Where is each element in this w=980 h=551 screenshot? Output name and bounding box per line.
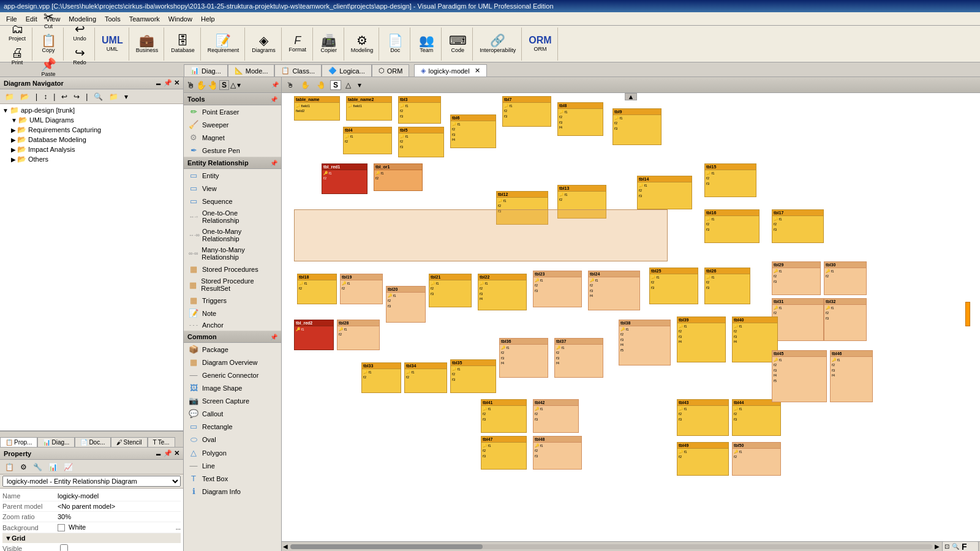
- entity-e21[interactable]: tbl21🔑 f1 f2 f3: [429, 274, 472, 307]
- requirement-button[interactable]: 📝 Requirement: [205, 32, 243, 55]
- tools-item-diagram-info[interactable]: ℹ Diagram Info: [184, 485, 281, 498]
- tree-item-root[interactable]: ▼ 📁 app-design [trunk]: [1, 105, 182, 115]
- bottom-tab-diag[interactable]: 📊 Diag...: [37, 437, 75, 447]
- bottom-tab-stencil[interactable]: 🖌 Stencil: [111, 437, 148, 447]
- nav-undo-btn[interactable]: ↩: [59, 91, 70, 102]
- tools-item-sequence[interactable]: ▭ Sequence: [184, 195, 281, 208]
- entity-e11[interactable]: tbl_or1🔑 f1 f2: [374, 163, 423, 191]
- code-button[interactable]: ⌨ Code: [445, 32, 470, 55]
- tools-item-gesture-pen[interactable]: ✒ Gesture Pen: [184, 144, 281, 157]
- tree-toggle-root[interactable]: ▼: [2, 107, 9, 114]
- copy-button[interactable]: 📋 Copy: [36, 32, 61, 55]
- entity-e30[interactable]: tbl30🔑 f1 f2: [824, 261, 867, 295]
- entity-e7[interactable]: tbl7🔑 f1 f2 f3: [502, 96, 551, 127]
- scroll-right-btn[interactable]: ▶: [935, 543, 940, 550]
- menu-help[interactable]: Help: [197, 14, 219, 24]
- tools-item-screen-capture[interactable]: 📷 Screen Capture: [184, 394, 281, 407]
- entity-e41[interactable]: tbl41🔑 f1 f2 f3: [481, 399, 527, 433]
- tools-item-one-one[interactable]: ↔·◦ One-to-One Relationship: [184, 208, 281, 226]
- zoom-icon[interactable]: 🔍: [952, 543, 959, 550]
- tools-pin-btn[interactable]: 📌: [271, 81, 279, 88]
- tools-item-triggers[interactable]: ▦ Triggers: [184, 294, 281, 307]
- cut-button[interactable]: ✂ Cut: [36, 9, 61, 31]
- tools-basic-pin[interactable]: 📌: [270, 96, 277, 103]
- prop-toolbar-icon1[interactable]: 📋: [2, 462, 17, 473]
- entity-e32[interactable]: tbl32🔑 f1 f2 f3: [824, 298, 867, 341]
- tree-item-db[interactable]: ▶ 📂 Database Modeling: [1, 135, 182, 144]
- orm-button[interactable]: ORM ORM: [526, 34, 554, 54]
- entity-e22[interactable]: tbl22🔑 f1 f2 f3 f4: [478, 274, 527, 310]
- tools-fit-icon[interactable]: △: [230, 81, 236, 89]
- tools-s-btn[interactable]: S: [219, 80, 229, 90]
- entity-e43[interactable]: tbl43🔑 f1 f2 f3: [677, 399, 729, 436]
- undo-button[interactable]: ↩ Undo: [67, 21, 92, 43]
- entity-e15[interactable]: tbl15🔑 f1 f2 f3: [704, 163, 756, 197]
- canvas-scroll-up[interactable]: ▲: [625, 93, 637, 100]
- tools-select-icon[interactable]: 🖱: [186, 80, 195, 90]
- copier-button[interactable]: 📠 Copier: [317, 32, 341, 55]
- canvas-scroll-horizontal[interactable]: ◀ ▶ ⊡ 🔍 F: [282, 541, 980, 551]
- interoperability-button[interactable]: 🔗 Interoperability: [477, 32, 519, 55]
- nav-open-btn[interactable]: 📂: [18, 91, 32, 102]
- tab-diag[interactable]: 📊 Diag...: [184, 64, 228, 77]
- nav-new-btn[interactable]: 📁: [2, 91, 17, 102]
- canvas[interactable]: ▲ table_name🔑 field1 field2table_name2🔑 …: [282, 93, 980, 541]
- entity-e2[interactable]: table_name2🔑 field1: [346, 96, 392, 121]
- entity-e38[interactable]: tbl38🔑 f1 f2 f3 f4 f5: [619, 320, 671, 365]
- tools-item-point-eraser[interactable]: ✏ Point Eraser: [184, 105, 281, 118]
- tools-item-diagram-overview[interactable]: ▦ Diagram Overview: [184, 356, 281, 369]
- entity-e10[interactable]: tbl_red1🔑 f1 f2: [322, 163, 368, 194]
- entity-e44[interactable]: tbl44🔑 f1 f2 f3: [732, 399, 781, 436]
- entity-e17[interactable]: tbl17🔑 f1 f2 f3: [772, 209, 824, 243]
- property-diagram-select[interactable]: logicky-model - Entity Relationship Diag…: [2, 476, 181, 487]
- diag-nav-close[interactable]: ✕: [174, 79, 179, 87]
- entity-e23[interactable]: tbl23🔑 f1 f2 f3: [533, 271, 582, 307]
- tools-item-generic-connector[interactable]: — Generic Connector: [184, 369, 281, 381]
- tab-class[interactable]: 📋 Class...: [274, 64, 322, 77]
- tools-item-entity[interactable]: ▭ Entity: [184, 169, 281, 182]
- entity-e37[interactable]: tbl37🔑 f1 f2 f3 f4: [554, 338, 603, 378]
- prop-minimize[interactable]: 🗕: [155, 449, 162, 457]
- nav-more-btn[interactable]: ▾: [122, 91, 130, 102]
- entity-e4[interactable]: tbl4🔑 f1 f2: [343, 127, 392, 154]
- bottom-tab-te[interactable]: T Te...: [148, 437, 175, 447]
- canvas-hand-btn[interactable]: 🤚: [314, 80, 328, 91]
- entity-e49[interactable]: tbl49🔑 f1 f2: [677, 442, 729, 476]
- tab-orm[interactable]: ⬡ ORM: [372, 64, 410, 77]
- entity-e48[interactable]: tbl48🔑 f1 f2 f3: [533, 436, 582, 470]
- canvas-more-btn[interactable]: ▾: [355, 80, 364, 91]
- tab-logicky-model[interactable]: ◈ logicky-model ✕: [414, 64, 486, 77]
- tools-item-line[interactable]: — Line: [184, 459, 281, 472]
- tree-toggle-uml[interactable]: ▼: [11, 117, 17, 124]
- bottom-tab-prop[interactable]: 📋 Prop...: [0, 437, 37, 447]
- entity-e34[interactable]: tbl34🔑 f1 f2: [404, 362, 447, 393]
- tools-section-basic[interactable]: Tools 📌: [184, 93, 281, 105]
- prop-toolbar-icon4[interactable]: 📊: [46, 462, 60, 473]
- scroll-left-btn[interactable]: ◀: [283, 543, 288, 550]
- paste-button[interactable]: 📌 Paste: [36, 56, 61, 79]
- prop-visible-check[interactable]: [60, 544, 68, 551]
- diagrams-button[interactable]: ◈ Diagrams: [249, 32, 279, 55]
- nav-sort-btn[interactable]: ↕: [41, 91, 50, 102]
- tree-toggle-req[interactable]: ▶: [11, 127, 16, 133]
- entity-e47[interactable]: tbl47🔑 f1 f2 f3: [481, 436, 527, 470]
- nav-search-btn[interactable]: 🔍: [91, 91, 105, 102]
- entity-e9[interactable]: tbl9🔑 f1 f2 f3: [612, 108, 662, 145]
- tools-item-anchor[interactable]: - - - Anchor: [184, 320, 281, 331]
- entity-e16[interactable]: tbl16🔑 f1 f2 f3: [704, 209, 760, 243]
- prop-grid-toggle[interactable]: ▼: [5, 534, 12, 542]
- tools-item-image-shape[interactable]: 🖼 Image Shape: [184, 381, 281, 394]
- tools-item-note[interactable]: 📝 Note: [184, 307, 281, 320]
- tools-er-pin[interactable]: 📌: [270, 160, 277, 167]
- tools-pan-icon[interactable]: 🤚: [208, 80, 218, 90]
- nav-redo-btn[interactable]: ↪: [71, 91, 82, 102]
- tools-item-magnet[interactable]: ⚙ Magnet: [184, 131, 281, 144]
- nav-folder-btn[interactable]: 📁: [107, 91, 121, 102]
- modeling-button[interactable]: ⚙ Modeling: [348, 32, 377, 55]
- uml-button[interactable]: UML UML: [99, 34, 126, 54]
- entity-e28[interactable]: tbl28🔑 f1 f2: [337, 320, 380, 350]
- scroll-thumb-h[interactable]: [290, 544, 483, 549]
- entity-e25[interactable]: tbl25🔑 f1 f2 f3: [649, 268, 698, 304]
- prop-toolbar-icon2[interactable]: ⚙: [18, 462, 29, 473]
- entity-e3[interactable]: tbl3🔑 f1 f2 f3: [398, 96, 441, 124]
